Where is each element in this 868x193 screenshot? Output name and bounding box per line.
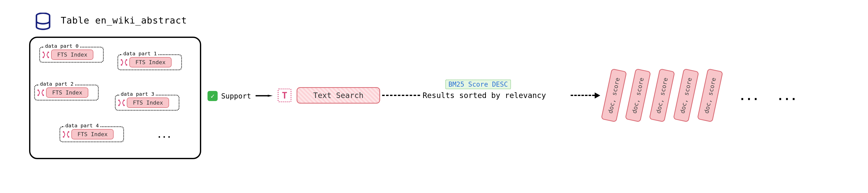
ellipsis: ... xyxy=(157,130,172,140)
svg-point-17 xyxy=(123,105,125,106)
fts-index-badge: FTS Index xyxy=(46,87,88,98)
svg-marker-23 xyxy=(268,95,273,97)
data-part-label: data part 1 xyxy=(122,50,158,56)
fts-index-badge: FTS Index xyxy=(71,129,114,140)
gene-icon xyxy=(118,99,125,107)
result-card: doc, score xyxy=(625,69,651,122)
table-container: data part 0 FTS Index data part 1 FTS In… xyxy=(29,37,201,159)
svg-point-21 xyxy=(68,136,69,138)
check-icon: ✓ xyxy=(208,91,218,101)
svg-point-11 xyxy=(42,89,44,91)
data-part: data part 1 FTS Index xyxy=(117,54,182,70)
fts-index-badge: FTS Index xyxy=(51,49,93,60)
svg-point-20 xyxy=(63,136,64,138)
results-sorted-label: Results sorted by relevancy xyxy=(423,91,546,100)
result-card: doc, score xyxy=(697,69,723,122)
svg-point-2 xyxy=(42,51,44,53)
svg-point-8 xyxy=(121,64,122,66)
data-part-label: data part 0 xyxy=(44,43,80,49)
database-icon xyxy=(35,13,51,30)
result-card-label: doc, score xyxy=(679,77,693,114)
svg-point-10 xyxy=(37,89,39,91)
data-part: data part 2 FTS Index xyxy=(34,85,99,101)
data-part: data part 3 FTS Index xyxy=(115,95,179,111)
gene-icon xyxy=(37,89,44,96)
dashed-connector xyxy=(382,95,420,96)
svg-point-5 xyxy=(48,56,49,58)
result-card: doc, score xyxy=(649,69,675,122)
data-part: data part 0 FTS Index xyxy=(39,47,104,63)
data-part-label: data part 4 xyxy=(64,122,100,128)
svg-point-4 xyxy=(42,56,44,58)
svg-point-15 xyxy=(123,100,125,101)
table-title: Table en_wiki_abstract xyxy=(61,15,187,26)
svg-point-16 xyxy=(118,105,120,106)
text-icon: T xyxy=(278,88,291,102)
gene-icon xyxy=(42,51,50,59)
result-card: doc, score xyxy=(601,69,627,122)
text-search-box: Text Search xyxy=(297,87,380,104)
arrow-icon xyxy=(256,95,273,97)
bm25-score-label: BM25 Score DESC xyxy=(445,80,511,89)
dashed-connector xyxy=(571,95,595,96)
svg-point-7 xyxy=(126,59,127,61)
svg-point-9 xyxy=(126,64,127,66)
result-card-label: doc, score xyxy=(703,77,717,114)
svg-point-12 xyxy=(37,94,39,96)
gene-icon xyxy=(62,130,70,138)
result-card-label: doc, score xyxy=(631,77,645,114)
svg-point-3 xyxy=(48,51,49,53)
fts-index-badge: FTS Index xyxy=(129,57,172,68)
svg-point-18 xyxy=(63,131,64,132)
fts-index-badge: FTS Index xyxy=(127,98,169,108)
result-card-label: doc, score xyxy=(655,77,669,114)
ellipsis: ... xyxy=(777,90,797,103)
result-card: doc, score xyxy=(673,69,699,122)
support-label: Support xyxy=(221,92,251,100)
svg-point-6 xyxy=(121,59,122,61)
data-part: data part 4 FTS Index xyxy=(59,126,124,142)
svg-point-13 xyxy=(42,94,44,96)
ellipsis: ... xyxy=(739,90,759,103)
data-part-label: data part 2 xyxy=(39,81,74,87)
gene-icon xyxy=(120,59,128,66)
arrow-head-icon xyxy=(595,92,600,99)
svg-point-14 xyxy=(118,100,120,101)
data-part-label: data part 3 xyxy=(120,91,155,97)
svg-point-19 xyxy=(68,131,69,132)
result-card-label: doc, score xyxy=(607,77,621,114)
support-indicator: ✓ Support xyxy=(208,91,251,101)
